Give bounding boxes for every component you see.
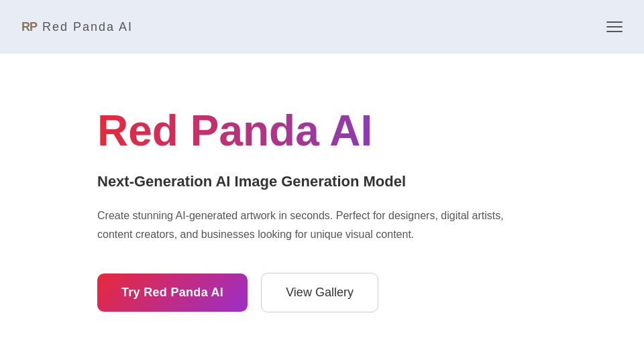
try-button[interactable]: Try Red Panda AI — [97, 274, 248, 312]
hero-title: Red Panda AI — [97, 107, 644, 154]
logo-icon: RP — [21, 20, 37, 34]
hamburger-menu-icon[interactable] — [606, 21, 623, 32]
hamburger-line-3 — [606, 31, 623, 32]
hero-subtitle: Next-Generation AI Image Generation Mode… — [97, 173, 644, 190]
hamburger-line-1 — [606, 21, 623, 23]
gallery-button[interactable]: View Gallery — [261, 273, 378, 312]
logo-text: Red Panda AI — [42, 20, 133, 34]
hero-description: Create stunning AI-generated artwork in … — [97, 206, 533, 243]
logo: RP Red Panda AI — [21, 20, 133, 34]
button-group: Try Red Panda AI View Gallery — [97, 273, 644, 312]
hero-section: Red Panda AI Next-Generation AI Image Ge… — [0, 54, 644, 312]
navbar: RP Red Panda AI — [0, 0, 644, 54]
hamburger-line-2 — [606, 26, 623, 27]
